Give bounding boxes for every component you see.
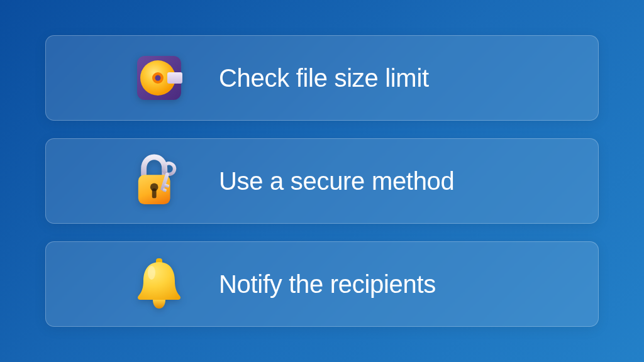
option-label: Use a secure method [219, 167, 455, 195]
option-check-file-size[interactable]: Check file size limit [45, 35, 599, 121]
svg-point-3 [155, 75, 161, 81]
lock-key-icon [134, 156, 184, 206]
bell-icon [134, 259, 184, 309]
svg-rect-4 [167, 72, 182, 84]
option-label: Check file size limit [219, 64, 429, 92]
svg-point-8 [162, 162, 176, 176]
option-secure-method[interactable]: Use a secure method [45, 138, 599, 224]
disc-icon [134, 53, 184, 103]
option-notify-recipients[interactable]: Notify the recipients [45, 241, 599, 327]
svg-rect-7 [152, 189, 157, 199]
option-label: Notify the recipients [219, 270, 436, 299]
svg-point-13 [148, 266, 155, 280]
